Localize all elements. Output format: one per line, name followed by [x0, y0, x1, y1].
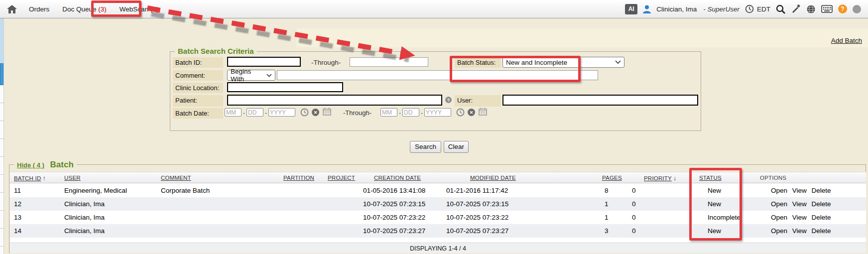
nav-tab-doc-queue[interactable]: Doc Queue (3) [62, 5, 107, 13]
date-dash: - [421, 110, 423, 117]
cell-pages: 3 [605, 227, 609, 235]
nav-orders-label: Orders [29, 5, 49, 13]
column-header-status[interactable]: STATUS [699, 175, 722, 181]
user-name[interactable]: Clinician, Ima [656, 5, 697, 13]
delete-link[interactable]: Delete [812, 200, 831, 208]
cell-options: Open View Delete [771, 187, 834, 194]
comment-operator-select[interactable]: Begins With [227, 70, 275, 81]
batch-status-value: New and Incomplete [506, 59, 567, 66]
column-header-pages[interactable]: PAGES [602, 175, 622, 181]
batch-date-to-yyyy-input[interactable] [424, 108, 451, 117]
add-batch-link[interactable]: Add Batch [831, 37, 862, 44]
time-picker-icon[interactable] [300, 108, 309, 117]
open-link[interactable]: Open [771, 200, 787, 208]
cell-priority: 0 [632, 187, 636, 194]
batch-status-select[interactable]: New and Incomplete [502, 57, 624, 68]
batch-date-label: Batch Date: [173, 108, 223, 119]
column-header-user[interactable]: USER [64, 175, 81, 181]
batch-date-from-yyyy-input[interactable] [268, 108, 295, 117]
timezone-label: EDT [757, 5, 770, 13]
keyboard-icon[interactable] [821, 5, 833, 13]
cell-batch-id: 14 [14, 227, 21, 235]
cell-creation-date: 01-05-2016 13:41:08 [363, 187, 425, 194]
view-link[interactable]: View [792, 214, 807, 221]
cell-options: Open View Delete [771, 227, 834, 235]
date-dash: - [265, 110, 267, 117]
delete-link[interactable]: Delete [812, 214, 831, 221]
ai-badge[interactable]: AI [625, 4, 637, 14]
comment-label: Comment: [173, 70, 223, 81]
clear-date-icon[interactable]: ✕ [312, 109, 319, 116]
nav-tab-orders[interactable]: Orders [29, 5, 49, 13]
nav-doc-queue-count: (3) [98, 5, 107, 13]
time-picker-icon[interactable] [456, 108, 465, 117]
calendar-icon[interactable] [323, 108, 331, 116]
column-header-label: PRIORITY [644, 175, 672, 181]
batch-status-label: Batch Status: [455, 57, 501, 68]
view-link[interactable]: View [792, 200, 807, 208]
batch-date-from-dd-input[interactable] [247, 108, 263, 117]
clear-button[interactable]: Clear [444, 141, 469, 153]
view-link[interactable]: View [792, 187, 807, 194]
wand-icon[interactable] [791, 4, 801, 14]
column-header-creation-date[interactable]: CREATION DATE [374, 175, 421, 181]
search-button[interactable]: Search [410, 141, 441, 153]
open-link[interactable]: Open [771, 214, 787, 221]
cell-options: Open View Delete [771, 214, 834, 221]
table-row: 12 Clinician, Ima 10-07-2025 07:23:15 10… [10, 197, 866, 211]
batch-date-to-dd-input[interactable] [402, 108, 419, 117]
batch-results-panel: Hide ( 4 ) Batch BATCH ID↑ USER COMMENT … [9, 164, 866, 253]
help-icon[interactable]: ? [838, 4, 847, 13]
left-scroll-thumb[interactable] [0, 63, 3, 85]
calendar-icon[interactable] [479, 108, 487, 116]
date-dash: - [399, 110, 401, 117]
batch-id-through-label: -Through- [311, 59, 341, 66]
open-link[interactable]: Open [771, 187, 787, 194]
nav-tab-webscan[interactable]: WebScan (4) [120, 5, 159, 13]
column-header-batch-id[interactable]: BATCH ID↑ [14, 175, 46, 182]
comment-input[interactable] [277, 70, 598, 80]
clinic-location-input[interactable] [227, 82, 343, 92]
view-link[interactable]: View [792, 227, 807, 235]
batch-date-to-mm-input[interactable] [380, 108, 397, 117]
batch-id-to-input[interactable] [350, 57, 428, 67]
table-row: 13 Clinician, Ima 10-07-2025 07:23:22 10… [10, 211, 866, 224]
chevron-down-icon [615, 60, 621, 64]
cell-modified-date: 10-07-2025 07:23:27 [446, 227, 508, 235]
cell-comment: Corporate Batch [161, 187, 210, 194]
cell-user: Clinician, Ima [64, 200, 105, 208]
nav-left-group: Orders Doc Queue (3) WebScan (4) [7, 0, 171, 18]
column-header-modified-date[interactable]: MODIFIED DATE [470, 175, 516, 181]
delete-link[interactable]: Delete [812, 187, 831, 194]
nav-webscan-label: WebScan [120, 5, 148, 13]
column-header-project[interactable]: PROJECT [328, 175, 355, 181]
cell-user: Clinician, Ima [64, 227, 105, 235]
date-dash: - [243, 110, 245, 117]
delete-link[interactable]: Delete [812, 227, 831, 235]
home-icon[interactable] [7, 5, 17, 13]
left-scroll-track[interactable] [0, 18, 3, 64]
batch-date-from-mm-input[interactable] [225, 108, 242, 117]
cell-pages: 1 [605, 200, 609, 208]
table-row: 14 Clinician, Ima 10-07-2025 07:23:27 10… [10, 224, 866, 238]
column-header-partition[interactable]: PARTITION [283, 175, 314, 181]
cell-batch-id: 13 [14, 214, 21, 221]
column-header-comment[interactable]: COMMENT [161, 175, 191, 181]
user-role: - SuperUser [703, 5, 740, 13]
open-link[interactable]: Open [771, 227, 787, 235]
patient-input[interactable] [227, 95, 442, 106]
batch-search-criteria-title: Batch Search Criteria [175, 47, 257, 55]
cell-pages: 8 [605, 187, 609, 194]
user-input[interactable] [502, 95, 698, 106]
webscan-page: Orders Doc Queue (3) WebScan (4) AI Clin… [0, 0, 868, 254]
hide-link[interactable]: Hide ( 4 ) [17, 161, 44, 169]
cell-status: Incomplete [708, 214, 741, 221]
search-icon[interactable] [776, 4, 785, 14]
nav-doc-queue-label: Doc Queue [62, 5, 96, 13]
globe-icon[interactable] [806, 4, 816, 14]
clear-date-icon[interactable]: ✕ [468, 109, 475, 116]
batch-id-from-input[interactable] [227, 57, 301, 67]
cell-creation-date: 10-07-2025 07:23:15 [363, 200, 425, 208]
column-header-priority[interactable]: PRIORITY↓ [644, 175, 676, 182]
patient-help-icon[interactable]: ? [445, 97, 452, 103]
